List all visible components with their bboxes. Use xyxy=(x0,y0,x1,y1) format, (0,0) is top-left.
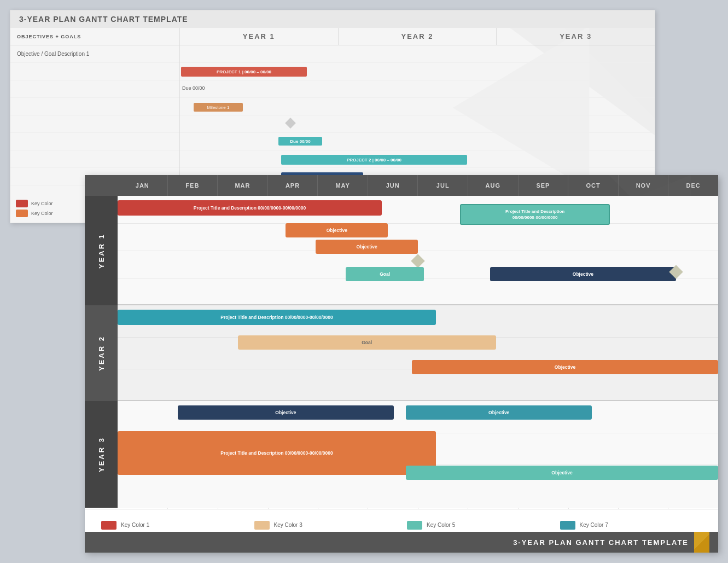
y2-goal-bar: Goal xyxy=(238,335,496,350)
y1-project2-box: Project Title and Description00/00/0000-… xyxy=(460,204,610,225)
y3-objective3-label: Objective xyxy=(551,470,572,475)
y3-objective1-bar: Objective xyxy=(178,405,394,420)
bg-objectives-header: OBJECTIVES + GOALS xyxy=(10,28,179,45)
bg-milestone1: Milestone 1 xyxy=(194,103,243,112)
year1-section: Project Title and Description 00/00/0000… xyxy=(118,196,718,305)
bg-year-2: YEAR 2 xyxy=(339,28,497,45)
y1-objective2-label: Objective xyxy=(357,244,377,249)
year1-band: YEAR 1 xyxy=(85,196,118,305)
month-dec: DEC xyxy=(668,175,718,196)
y1-objective1-label: Objective xyxy=(327,228,347,233)
bg-key-swatch-1 xyxy=(16,200,28,207)
main-gantt-card: JAN FEB MAR APR MAY JUN JUL AUG SEP OCT … xyxy=(85,175,718,553)
bg-gantt-row-3 xyxy=(180,80,655,98)
key-item-3: Key Color 3 xyxy=(254,521,402,530)
year1-label: YEAR 1 xyxy=(97,233,106,269)
y2-project1-bar: Project Title and Description 00/00/0000… xyxy=(118,310,436,325)
bg-year-3: YEAR 3 xyxy=(497,28,655,45)
year3-band: YEAR 3 xyxy=(85,401,118,508)
bg-gantt-row-6 xyxy=(180,133,655,150)
year2-section: Project Title and Description 00/00/0000… xyxy=(118,305,718,401)
bg-row-7 xyxy=(10,150,179,168)
month-header: JAN FEB MAR APR MAY JUN JUL AUG SEP OCT … xyxy=(85,175,718,196)
y3-objective2-bar: Objective xyxy=(406,405,592,420)
bg-key-label-2: Key Color xyxy=(31,211,53,216)
year2-label: YEAR 2 xyxy=(97,335,106,371)
year2-band: YEAR 2 xyxy=(85,305,118,401)
bg-row-4 xyxy=(10,98,179,115)
key-swatch-3 xyxy=(254,521,270,530)
y2-objective1-bar: Objective xyxy=(412,360,718,374)
bg-due1: Due 00/00 xyxy=(182,85,205,91)
month-apr: APR xyxy=(268,175,318,196)
y2-goal-label: Goal xyxy=(362,340,372,345)
bg-due-teal: Due 00/00 xyxy=(278,137,322,146)
bg-year-1: YEAR 1 xyxy=(180,28,339,45)
bg-project2-bar: PROJECT 2 | 00/00 – 00/00 xyxy=(281,155,467,165)
bg-row-3 xyxy=(10,80,179,98)
month-jun: JUN xyxy=(368,175,418,196)
footer-title: 3-YEAR PLAN GANTT CHART TEMPLATE xyxy=(513,538,689,547)
bg-gantt-row-5 xyxy=(180,115,655,133)
bg-row-1: Objective / Goal Description 1 xyxy=(10,45,179,63)
month-sep: SEP xyxy=(519,175,569,196)
month-oct: OCT xyxy=(568,175,619,196)
month-header-spacer xyxy=(85,175,118,196)
y1-objective2-bar: Objective xyxy=(316,240,418,254)
y3-objective3-bar: Objective xyxy=(406,466,718,480)
y1-project1-label: Project Title and Description 00/00/0000… xyxy=(194,205,306,211)
bg-gantt-row-1 xyxy=(180,45,655,63)
y1-project1-bar: Project Title and Description 00/00/0000… xyxy=(118,200,382,216)
bg-row-5 xyxy=(10,115,179,133)
bg-project1-label: PROJECT 1 | 00/00 – 00/00 xyxy=(214,69,273,74)
month-jul: JUL xyxy=(418,175,468,196)
month-jan: JAN xyxy=(118,175,168,196)
key-swatch-5 xyxy=(407,521,422,530)
bg-row-2 xyxy=(10,63,179,80)
bg-key-item-1: Key Color xyxy=(16,200,53,207)
year3-label: YEAR 3 xyxy=(97,437,106,472)
bg-year-header: YEAR 1 YEAR 2 YEAR 3 xyxy=(180,28,655,45)
y1-goal-label: Goal xyxy=(380,271,390,277)
month-may: MAY xyxy=(318,175,368,196)
key-label-3: Key Color 3 xyxy=(274,522,302,528)
month-feb: FEB xyxy=(168,175,218,196)
bg-row-6 xyxy=(10,133,179,150)
y3-project1-label: Project Title and Description 00/00/0000… xyxy=(220,450,333,456)
key-label-1: Key Color 1 xyxy=(121,522,149,528)
key-label-7: Key Color 7 xyxy=(580,522,608,528)
bg-key-item-2: Key Color xyxy=(16,210,53,217)
year3-section: Objective Goal Project Title and Descrip… xyxy=(118,401,718,508)
key-item-7: Key Color 7 xyxy=(560,521,708,530)
y3-objective2-label: Objective xyxy=(488,410,509,415)
y3-project1-bar: Project Title and Description 00/00/0000… xyxy=(118,431,436,475)
main-footer: 3-YEAR PLAN GANTT CHART TEMPLATE xyxy=(85,532,718,553)
bg-key-swatch-2 xyxy=(16,210,28,217)
month-nov: NOV xyxy=(619,175,669,196)
y1-objective3-label: Objective xyxy=(573,271,593,277)
key-label-5: Key Color 5 xyxy=(427,522,455,528)
key-swatch-7 xyxy=(560,521,575,530)
key-item-1: Key Color 1 xyxy=(101,521,249,530)
y1-goal-bar: Goal xyxy=(346,267,424,281)
gantt-rows-container: Project Title and Description 00/00/0000… xyxy=(118,196,718,509)
footer-accent xyxy=(694,532,709,553)
key-item-5: Key Color 5 xyxy=(407,521,555,530)
y2-project1-label: Project Title and Description 00/00/0000… xyxy=(220,315,333,320)
bg-gantt-row-4 xyxy=(180,98,655,115)
y1-diamond xyxy=(411,254,424,268)
key-swatch-1 xyxy=(101,521,117,530)
y1-objective3-bar: Objective xyxy=(490,267,676,281)
bg-card-title: 3-YEAR PLAN GANTT CHART TEMPLATE xyxy=(10,10,655,28)
month-aug: AUG xyxy=(468,175,519,196)
bg-project1-bar: PROJECT 1 | 00/00 – 00/00 xyxy=(181,67,307,77)
month-mar: MAR xyxy=(218,175,268,196)
y1-objective1-bar: Objective xyxy=(286,223,388,237)
bg-key-label-1: Key Color xyxy=(31,201,53,206)
y2-objective1-label: Objective xyxy=(555,364,575,370)
y3-objective1-label: Objective xyxy=(275,410,296,415)
gantt-body: YEAR 1 YEAR 2 YEAR 3 xyxy=(85,196,718,509)
bg-color-key: Key Color Key Color xyxy=(16,200,53,217)
